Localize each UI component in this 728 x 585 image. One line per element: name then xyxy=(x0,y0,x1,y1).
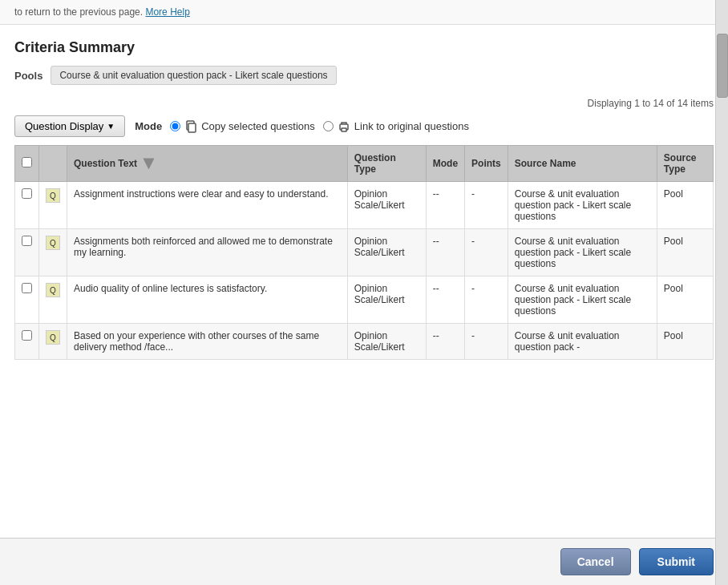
mode-cell: -- xyxy=(426,182,464,229)
source-type-cell: Pool xyxy=(657,229,713,276)
link-label: Link to original questions xyxy=(354,120,469,132)
question-type-cell: Opinion Scale/Likert xyxy=(347,182,426,229)
copy-label: Copy selected questions xyxy=(201,120,315,132)
pools-label: Pools xyxy=(14,70,42,82)
question-text-cell: Based on your experience with other cour… xyxy=(67,324,348,360)
row-icon-cell: Q xyxy=(39,324,67,360)
footer-bar: Cancel Submit xyxy=(0,538,728,585)
table-row: Q Assignments both reinforced and allowe… xyxy=(15,229,714,276)
mode-cell: -- xyxy=(426,324,464,360)
points-cell: - xyxy=(465,276,508,324)
header-icon-col xyxy=(39,146,67,182)
row-checkbox-cell xyxy=(15,276,39,324)
source-name-cell: Course & unit evaluation question pack -… xyxy=(508,229,657,276)
row-icon-cell: Q xyxy=(39,229,67,276)
scrollbar[interactable] xyxy=(715,0,728,585)
page-title: Criteria Summary xyxy=(14,39,714,56)
mode-cell: -- xyxy=(426,229,464,276)
row-checkbox[interactable] xyxy=(22,330,32,341)
link-radio-input[interactable] xyxy=(323,121,334,131)
copy-icon xyxy=(184,120,197,133)
source-name-header: Source Name xyxy=(508,146,657,182)
question-text-header: Question Text xyxy=(67,146,348,182)
questions-table: Question Text Question Type Mode Points … xyxy=(14,145,714,360)
points-header: Points xyxy=(465,146,508,182)
points-cell: - xyxy=(465,182,508,229)
submit-button[interactable]: Submit xyxy=(639,548,714,575)
points-cell: - xyxy=(465,229,508,276)
pools-row: Pools Course & unit evaluation question … xyxy=(14,66,714,85)
source-type-header: Source Type xyxy=(657,146,713,182)
source-type-cell: Pool xyxy=(657,324,713,360)
question-icon: Q xyxy=(46,330,60,345)
printer-icon xyxy=(338,120,350,133)
source-name-cell: Course & unit evaluation question pack -… xyxy=(508,182,657,229)
row-checkbox-cell xyxy=(15,229,39,276)
question-type-cell: Opinion Scale/Likert xyxy=(347,324,426,360)
question-text-cell: Audio quality of online lectures is sati… xyxy=(67,276,348,324)
more-help-link[interactable]: More Help xyxy=(145,6,189,18)
top-link-bar: to return to the previous page. More Hel… xyxy=(0,0,728,25)
question-icon: Q xyxy=(46,283,60,297)
question-icon: Q xyxy=(46,188,60,203)
mode-cell: -- xyxy=(426,276,464,324)
copy-radio-input[interactable] xyxy=(170,121,180,131)
row-checkbox-cell xyxy=(15,182,39,229)
row-checkbox[interactable] xyxy=(22,236,32,246)
source-type-cell: Pool xyxy=(657,276,713,324)
row-checkbox[interactable] xyxy=(22,188,32,199)
mode-label: Mode xyxy=(135,120,162,132)
table-row: Q Based on your experience with other co… xyxy=(15,324,714,360)
row-icon-cell: Q xyxy=(39,182,67,229)
points-cell: - xyxy=(465,324,508,360)
sort-icon xyxy=(143,158,154,169)
row-checkbox[interactable] xyxy=(22,283,32,293)
question-type-cell: Opinion Scale/Likert xyxy=(347,229,426,276)
question-display-button[interactable]: Question Display xyxy=(14,115,125,137)
cancel-button[interactable]: Cancel xyxy=(560,548,631,575)
displaying-text: Displaying 1 to 14 of 14 items xyxy=(588,98,714,109)
source-name-cell: Course & unit evaluation question pack - xyxy=(508,324,657,360)
mode-header: Mode xyxy=(426,146,464,182)
question-text-cell: Assignment instructions were clear and e… xyxy=(67,182,348,229)
top-link-text: to return to the previous page. xyxy=(14,6,143,18)
row-checkbox-cell xyxy=(15,324,39,360)
mode-section: Mode Copy selected questions xyxy=(135,120,469,133)
question-type-cell: Opinion Scale/Likert xyxy=(347,276,426,324)
toolbar-row: Question Display Mode Copy selected ques… xyxy=(14,115,714,137)
table-row: Q Audio quality of online lectures is sa… xyxy=(15,276,714,324)
scrollbar-thumb[interactable] xyxy=(717,34,728,98)
svg-rect-3 xyxy=(342,128,346,131)
select-all-checkbox[interactable] xyxy=(22,157,32,167)
row-icon-cell: Q xyxy=(39,276,67,324)
source-name-cell: Course & unit evaluation question pack -… xyxy=(508,276,657,324)
source-type-cell: Pool xyxy=(657,182,713,229)
content-area: Criteria Summary Pools Course & unit eva… xyxy=(0,25,728,538)
table-header-row: Displaying 1 to 14 of 14 items xyxy=(14,98,714,109)
copy-radio-option[interactable]: Copy selected questions xyxy=(170,120,315,133)
header-checkbox-col xyxy=(15,146,39,182)
svg-rect-1 xyxy=(188,123,196,132)
table-row: Q Assignment instructions were clear and… xyxy=(15,182,714,229)
question-type-header: Question Type xyxy=(347,146,426,182)
pool-tag: Course & unit evaluation question pack -… xyxy=(51,66,336,85)
question-icon: Q xyxy=(46,236,60,250)
link-radio-option[interactable]: Link to original questions xyxy=(323,120,469,133)
question-text-cell: Assignments both reinforced and allowed … xyxy=(67,229,348,276)
